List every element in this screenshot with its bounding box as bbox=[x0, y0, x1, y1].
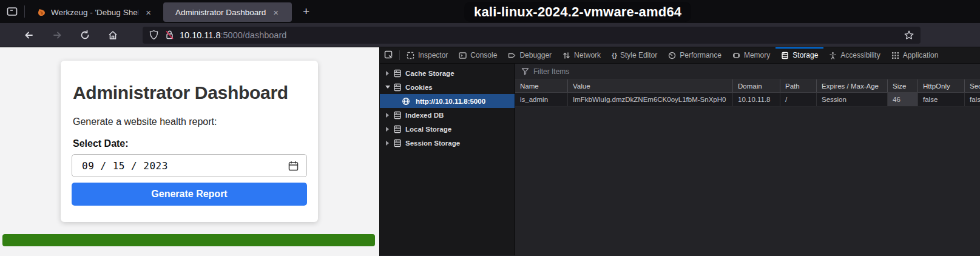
back-arrow-icon bbox=[24, 30, 35, 41]
filter-row bbox=[515, 64, 980, 79]
column-header-secure[interactable]: Secure bbox=[965, 79, 980, 92]
shield-icon[interactable] bbox=[149, 30, 159, 40]
vm-window-title: kali-linux-2024.2-vmware-amd64 bbox=[464, 2, 691, 22]
browser-tab-bar: Werkzeug - 'Debug Shell' × Administrator… bbox=[0, 0, 980, 23]
bookmark-star-icon[interactable] bbox=[904, 30, 914, 41]
chevron-right-icon[interactable] bbox=[384, 70, 391, 76]
devtools-tab-network[interactable]: Network bbox=[557, 47, 606, 63]
chevron-down-icon[interactable] bbox=[384, 84, 391, 90]
tabbar-divider bbox=[24, 5, 25, 18]
filter-funnel-icon bbox=[521, 67, 529, 75]
column-header-name[interactable]: Name bbox=[515, 79, 568, 92]
column-header-path[interactable]: Path bbox=[780, 79, 817, 92]
storage-type-icon bbox=[393, 83, 402, 92]
page-title: Administrator Dashboard bbox=[73, 83, 307, 103]
filter-items-input[interactable] bbox=[533, 67, 715, 76]
storage-type-icon bbox=[393, 139, 402, 147]
dashboard-card: Administrator Dashboard Generate a websi… bbox=[61, 61, 318, 222]
forward-arrow-icon bbox=[52, 30, 63, 41]
devtools-tab-storage[interactable]: Storage bbox=[776, 47, 823, 63]
sidebar-item-cookie-host[interactable]: http://10.10.11.8:5000 bbox=[380, 94, 515, 108]
green-status-bar bbox=[2, 234, 375, 246]
storage-table-panel: Name Value Domain Path Expires / Max-Age… bbox=[515, 64, 980, 255]
column-header-httponly[interactable]: HttpOnly bbox=[918, 79, 965, 92]
generate-report-button[interactable]: Generate Report bbox=[72, 183, 307, 206]
inspector-icon bbox=[407, 52, 414, 59]
devtools-tab-console[interactable]: Console bbox=[453, 47, 502, 63]
devtools-tab-debugger[interactable]: Debugger bbox=[502, 47, 557, 63]
storage-icon bbox=[781, 52, 789, 59]
reload-button[interactable] bbox=[78, 28, 92, 42]
tab-werkzeug-debug-shell[interactable]: Werkzeug - 'Debug Shell' × bbox=[30, 2, 160, 22]
storage-type-icon bbox=[393, 69, 402, 78]
table-header-row: Name Value Domain Path Expires / Max-Age… bbox=[515, 79, 980, 93]
devtools-panel: Inspector Console Debugger Network { } S… bbox=[379, 47, 980, 256]
date-value: 09 / 15 / 2023 bbox=[82, 160, 168, 172]
calendar-icon[interactable] bbox=[288, 160, 299, 172]
network-icon bbox=[563, 52, 570, 59]
werkzeug-flame-icon bbox=[37, 8, 46, 17]
sidebar-item-local-storage[interactable]: Local Storage bbox=[380, 122, 515, 136]
url-bar[interactable]: 10.10.11.8:5000/dashboard bbox=[143, 27, 921, 44]
insecure-lock-icon[interactable] bbox=[164, 30, 175, 40]
reload-icon bbox=[79, 30, 90, 41]
column-header-size[interactable]: Size bbox=[888, 79, 918, 92]
cookie-size-cell: 46 bbox=[888, 93, 918, 106]
cookie-row-is-admin[interactable]: is_admin ImFkbWluIg.dmzDkZNEm6CK0oyL1fbM… bbox=[515, 93, 980, 107]
browser-toolbar: 10.10.11.8:5000/dashboard bbox=[0, 23, 980, 47]
tab-close-icon[interactable]: × bbox=[271, 7, 281, 18]
new-tab-button[interactable]: + bbox=[296, 4, 317, 19]
cookie-secure-cell: false bbox=[965, 93, 980, 106]
devtools-toolbar: Inspector Console Debugger Network { } S… bbox=[380, 47, 980, 64]
page-viewport: Administrator Dashboard Generate a websi… bbox=[0, 47, 379, 256]
tab-administrator-dashboard[interactable]: Administrator Dashboard × bbox=[163, 2, 292, 22]
tab-close-icon[interactable]: × bbox=[143, 7, 154, 18]
application-icon bbox=[891, 52, 899, 59]
home-icon bbox=[107, 30, 118, 41]
pick-element-button[interactable] bbox=[380, 47, 398, 63]
page-subtitle: Generate a website health report: bbox=[73, 116, 307, 127]
column-header-domain[interactable]: Domain bbox=[733, 79, 780, 92]
sidebar-item-cache-storage[interactable]: Cache Storage bbox=[380, 66, 515, 80]
devtools-tab-accessibility[interactable]: Accessibility bbox=[823, 47, 885, 63]
console-icon bbox=[459, 52, 467, 59]
devtools-toolbar-divider bbox=[399, 50, 400, 60]
sidebar-item-cookies[interactable]: Cookies bbox=[380, 80, 515, 94]
storage-type-icon bbox=[393, 111, 402, 120]
cookie-expires-cell: Session bbox=[817, 93, 888, 106]
devtools-tab-performance[interactable]: Performance bbox=[663, 47, 727, 63]
column-header-value[interactable]: Value bbox=[568, 79, 733, 92]
column-header-expires[interactable]: Expires / Max-Age bbox=[817, 79, 888, 92]
cookie-name-cell: is_admin bbox=[515, 93, 568, 106]
chevron-right-icon[interactable] bbox=[384, 140, 391, 146]
performance-icon bbox=[668, 52, 676, 59]
sidebar-item-session-storage[interactable]: Session Storage bbox=[380, 136, 515, 150]
cookie-domain-cell: 10.10.11.8 bbox=[733, 93, 780, 106]
chevron-right-icon[interactable] bbox=[384, 112, 391, 118]
url-path: :5000/dashboard bbox=[220, 30, 286, 40]
date-input[interactable]: 09 / 15 / 2023 bbox=[72, 154, 307, 177]
forward-button[interactable] bbox=[50, 28, 64, 42]
url-host: 10.10.11.8 bbox=[180, 30, 220, 40]
cookie-value-cell: ImFkbWluIg.dmzDkZNEm6CK0oyL1fbM-SnXpH0 bbox=[568, 93, 733, 106]
memory-icon bbox=[732, 52, 740, 59]
chevron-right-icon[interactable] bbox=[384, 126, 391, 132]
devtools-tab-memory[interactable]: Memory bbox=[727, 47, 776, 63]
devtools-tab-style-editor[interactable]: { } Style Editor bbox=[606, 47, 663, 63]
back-button[interactable] bbox=[22, 28, 36, 42]
url-text: 10.10.11.8:5000/dashboard bbox=[180, 30, 286, 40]
cookie-httponly-cell: false bbox=[918, 93, 965, 106]
devtools-tab-application[interactable]: Application bbox=[886, 47, 944, 63]
tab-overview-button[interactable] bbox=[0, 0, 24, 23]
tab-box-icon bbox=[6, 5, 18, 18]
tab-title: Administrator Dashboard bbox=[175, 8, 266, 17]
tab-title: Werkzeug - 'Debug Shell' bbox=[51, 8, 138, 17]
date-label: Select Date: bbox=[73, 138, 307, 149]
accessibility-icon bbox=[829, 52, 837, 59]
home-button[interactable] bbox=[106, 28, 120, 42]
storage-sidebar: Cache Storage Cookies http://10.10.11.8:… bbox=[380, 64, 515, 255]
sidebar-item-indexed-db[interactable]: Indexed DB bbox=[380, 108, 515, 122]
devtools-tab-inspector[interactable]: Inspector bbox=[401, 47, 453, 63]
style-editor-icon: { } bbox=[612, 52, 617, 59]
pick-element-icon bbox=[384, 50, 394, 60]
